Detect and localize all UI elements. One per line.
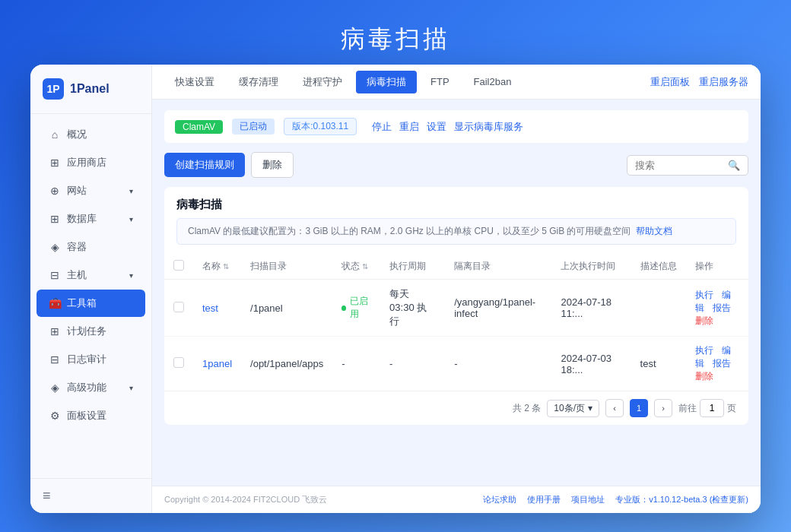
sidebar-logo: 1P 1Panel [30,65,151,114]
sidebar-item-database[interactable]: ⊞ 数据库 ▾ [37,205,145,233]
sort-icon[interactable]: ⇅ [362,262,368,271]
sidebar-item-label: 应用商店 [67,156,106,169]
tab-quick-setup[interactable]: 快速设置 [164,71,225,93]
row-checkbox[interactable] [173,302,184,312]
sidebar-item-panel-settings[interactable]: ⚙ 面板设置 [37,402,145,429]
row-actions: 执行 编辑 报告 删除 [686,337,748,391]
collapse-icon[interactable]: ≡ [43,488,51,503]
row-scan-dir: /opt/1panel/apps [241,337,332,391]
forum-link[interactable]: 论坛求助 [483,494,516,505]
sidebar-item-appstore[interactable]: ⊞ 应用商店 [37,149,145,176]
delete-button[interactable]: 删除 [251,152,294,178]
col-schedule: 执行周期 [380,254,445,280]
table-row: test /1panel 已启用 每天 03:30 执行 /yangyang/1… [164,280,748,337]
main-container: 1P 1Panel ⌂ 概况 ⊞ 应用商店 ⊕ 网站 ▾ ⊞ 数据库 ▾ [30,65,761,513]
row-quarantine-dir: - [445,337,551,391]
help-link[interactable]: 帮助文档 [636,225,672,238]
row-scan-dir: /1panel [241,280,332,337]
container-icon: ◈ [49,241,61,253]
settings-icon: ⚙ [49,410,61,422]
col-quarantine-dir: 隔离目录 [445,254,551,280]
row-desc [631,280,686,337]
manual-link[interactable]: 使用手册 [527,494,561,505]
sidebar-item-container[interactable]: ◈ 容器 [37,233,145,261]
chevron-down-icon: ▾ [588,403,592,413]
content-area: ClamAV 已启动 版本:0.103.11 停止 重启 设置 显示病毒库服务 … [152,100,761,486]
home-icon: ⌂ [49,128,61,141]
create-rule-button[interactable]: 创建扫描规则 [164,153,245,177]
current-page-button[interactable]: 1 [630,399,648,417]
exec-action[interactable]: 执行 [695,345,713,356]
col-scan-dir: 扫描目录 [241,254,332,280]
total-count: 共 2 条 [513,402,541,415]
status-actions: 停止 重启 设置 显示病毒库服务 [372,120,523,134]
sidebar-item-advanced[interactable]: ◈ 高级功能 ▾ [37,374,145,401]
info-text: ClamAV 的最低建议配置为：3 GiB 以上的 RAM，2.0 GHz 以上… [188,225,631,238]
footer-links: 论坛求助 使用手册 项目地址 专业版：v1.10.12-beta.3 (检查更新… [483,494,748,505]
sidebar-item-label: 网站 [67,184,87,198]
select-all-checkbox[interactable] [173,260,184,271]
restart-panel-link[interactable]: 重启面板 [650,75,690,89]
page-size-select[interactable]: 10条/页 ▾ [547,400,599,417]
search-input[interactable] [635,160,723,171]
sidebar: 1P 1Panel ⌂ 概况 ⊞ 应用商店 ⊕ 网站 ▾ ⊞ 数据库 ▾ [30,65,152,513]
col-actions: 操作 [686,254,748,280]
sidebar-item-label: 主机 [67,268,87,282]
settings-action[interactable]: 设置 [427,120,446,134]
tab-fail2ban[interactable]: Fail2ban [463,71,523,92]
restart-server-link[interactable]: 重启服务器 [699,75,748,89]
sidebar-item-host[interactable]: ⊟ 主机 ▾ [37,261,145,289]
restart-action[interactable]: 重启 [399,120,419,134]
chevron-down-icon: ▾ [129,271,133,280]
pagination: 共 2 条 10条/页 ▾ ‹ 1 › 前往 页 [164,391,748,425]
sidebar-item-overview[interactable]: ⌂ 概况 [37,121,145,148]
cron-icon: ⊞ [49,325,61,337]
show-virus-db-action[interactable]: 显示病毒库服务 [454,120,523,134]
row-status: - [332,337,380,391]
row-checkbox[interactable] [173,357,184,368]
version-badge: 版本:0.103.11 [284,118,357,135]
sidebar-item-label: 容器 [67,240,87,254]
sidebar-item-label: 工具箱 [67,296,97,310]
sidebar-item-website[interactable]: ⊕ 网站 ▾ [37,177,145,204]
row-last-exec: 2024-07-03 18:... [551,337,631,391]
exec-action[interactable]: 执行 [695,290,713,300]
sidebar-item-label: 面板设置 [67,409,106,423]
sidebar-nav: ⌂ 概况 ⊞ 应用商店 ⊕ 网站 ▾ ⊞ 数据库 ▾ ◈ 容器 ⊟ [30,114,151,478]
page-unit-label: 页 [727,402,736,415]
prev-page-button[interactable]: ‹ [605,399,624,417]
version-text[interactable]: v1.10.12-beta.3 (检查更新) [649,495,748,504]
goto-input[interactable] [700,399,724,417]
report-action[interactable]: 报告 [713,302,731,313]
stop-action[interactable]: 停止 [372,120,392,134]
tab-virus-scan[interactable]: 病毒扫描 [356,71,417,93]
row-name-link[interactable]: test [202,302,218,314]
main-content: 快速设置 缓存清理 进程守护 病毒扫描 FTP Fail2ban 重启面板 重启… [152,65,761,513]
col-checkbox [164,254,193,280]
sidebar-item-logs[interactable]: ⊟ 日志审计 [37,346,145,373]
row-name-link[interactable]: 1panel [202,358,232,369]
col-desc: 描述信息 [631,254,686,280]
row-desc: test [631,337,686,391]
sidebar-item-label: 数据库 [67,212,97,226]
next-page-button[interactable]: › [654,399,672,417]
sidebar-item-cron[interactable]: ⊞ 计划任务 [37,318,145,345]
tab-cache-clear[interactable]: 缓存清理 [228,71,289,93]
row-last-exec: 2024-07-18 11:... [551,280,631,337]
top-nav: 快速设置 缓存清理 进程守护 病毒扫描 FTP Fail2ban 重启面板 重启… [152,65,761,100]
info-banner: ClamAV 的最低建议配置为：3 GiB 以上的 RAM，2.0 GHz 以上… [176,218,736,245]
sidebar-item-label: 日志审计 [67,353,106,366]
tab-process-guard[interactable]: 进程守护 [292,71,353,93]
sidebar-item-toolbox[interactable]: 🧰 工具箱 [37,290,145,317]
delete-action[interactable]: 删除 [695,315,713,326]
project-link[interactable]: 项目地址 [571,494,605,505]
logs-icon: ⊟ [49,353,61,366]
advanced-icon: ◈ [49,382,61,394]
tab-ftp[interactable]: FTP [420,71,460,92]
col-status: 状态⇅ [332,254,380,280]
search-box: 🔍 [627,155,748,176]
sidebar-item-label: 计划任务 [67,325,106,338]
sort-icon[interactable]: ⇅ [223,262,229,271]
report-action[interactable]: 报告 [713,358,731,369]
delete-action[interactable]: 删除 [695,371,713,382]
